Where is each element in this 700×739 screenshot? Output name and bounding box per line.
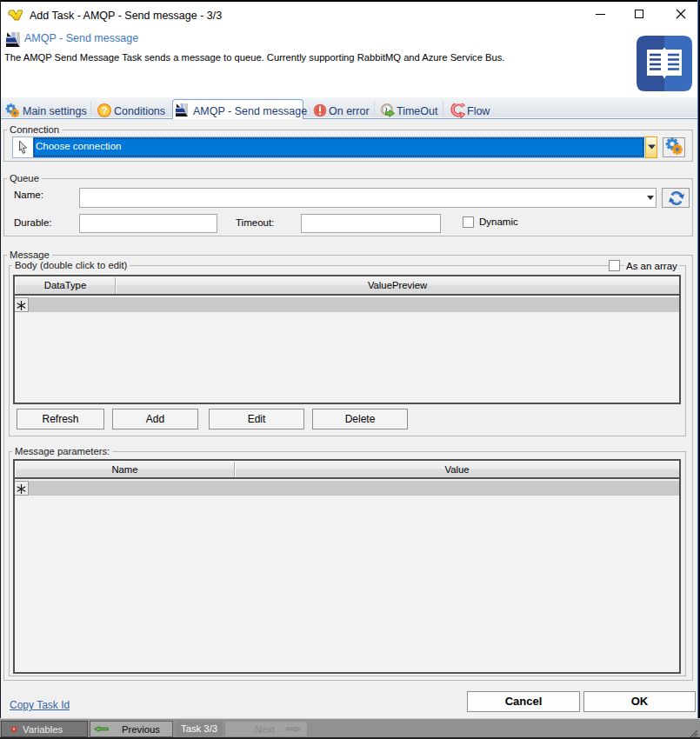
svg-text:?: ? — [102, 105, 108, 116]
